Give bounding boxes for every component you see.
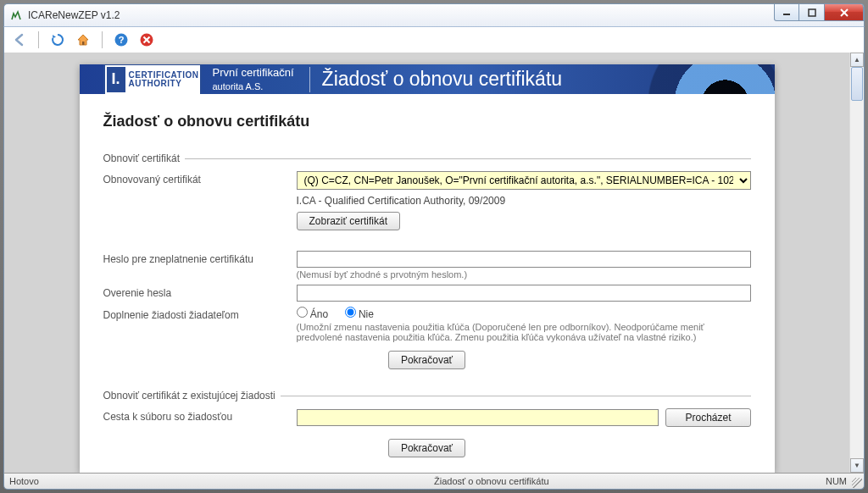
page-title: Žiadosť o obnovu certifikátu — [103, 113, 751, 130]
radio-yes-label[interactable]: Áno — [297, 308, 329, 320]
section-renew-legend: Obnoviť certifikát — [103, 152, 186, 164]
vertical-scrollbar[interactable]: ▲ ▼ — [849, 53, 864, 473]
eye-decoration — [631, 64, 775, 94]
banner-divider — [309, 67, 310, 92]
status-center: Žiadosť o obnovu certifikátu — [434, 476, 549, 486]
resize-grip-icon[interactable] — [852, 478, 862, 488]
ca-info-line: I.CA - Qualified Certification Authority… — [297, 195, 751, 207]
scroll-up-icon[interactable]: ▲ — [850, 53, 864, 67]
label-extend: Doplnenie žiadosti žiadateľom — [103, 307, 297, 321]
password-hint: (Nemusí byť zhodné s prvotným heslom.) — [297, 269, 751, 280]
label-filepath: Cesta k súboru so žiadosťou — [103, 408, 297, 423]
browse-button[interactable]: Procházet — [665, 408, 750, 427]
radio-no-label[interactable]: Nie — [345, 308, 374, 320]
password-input[interactable] — [297, 251, 751, 268]
label-cert: Obnovovaný certifikát — [103, 171, 297, 186]
svg-rect-4 — [82, 42, 85, 45]
status-left: Hotovo — [4, 476, 39, 486]
label-password-confirm: Overenie hesla — [103, 285, 297, 299]
filepath-input[interactable] — [297, 409, 659, 426]
banner-subtitle: První certifikační autorita A.S. — [212, 66, 293, 92]
content-frame: I. CERTIFICATION AUTHORITY První certifi… — [3, 53, 865, 473]
toolbar-separator — [38, 31, 39, 48]
radio-yes[interactable] — [297, 307, 308, 318]
titlebar: ICAReNewZEP v1.2 — [3, 3, 865, 27]
help-button[interactable]: ? — [111, 30, 131, 50]
back-button[interactable] — [9, 30, 30, 50]
status-num: NUM — [826, 476, 847, 486]
home-button[interactable] — [73, 30, 93, 50]
window-title: ICAReNewZEP v1.2 — [28, 9, 120, 21]
section-existing-legend: Obnoviť certifikát z existujúcej žiadost… — [103, 390, 281, 402]
form-area: Žiadosť o obnovu certifikátu Obnoviť cer… — [80, 94, 775, 473]
banner: I. CERTIFICATION AUTHORITY První certifi… — [80, 64, 775, 94]
window-outer: ICAReNewZEP v1.2 ? — [0, 0, 868, 493]
toolbar-separator — [102, 31, 103, 48]
statusbar: Hotovo Žiadosť o obnovu certifikátu NUM — [3, 473, 865, 490]
svg-rect-1 — [809, 9, 815, 16]
cert-dropdown[interactable]: (Q) C=CZ, CN=Petr Janoušek, O="První cer… — [297, 171, 751, 190]
toolbar: ? — [3, 27, 865, 53]
scroll-area: I. CERTIFICATION AUTHORITY První certifi… — [4, 53, 849, 473]
logo-top: CERTIFICATION — [129, 71, 199, 80]
minimize-button[interactable] — [774, 4, 799, 21]
refresh-button[interactable] — [47, 30, 68, 50]
section-renew: Obnoviť certifikát Obnovovaný certifikát… — [103, 152, 751, 386]
scroll-thumb[interactable] — [851, 67, 863, 101]
cancel-icon-button[interactable] — [136, 30, 157, 50]
section-existing: Obnoviť certifikát z existujúcej žiadost… — [103, 390, 751, 469]
label-password: Heslo pre zneplatnenie certifikátu — [103, 251, 297, 265]
ca-logo: I. CERTIFICATION AUTHORITY — [103, 64, 203, 94]
maximize-button[interactable] — [799, 4, 825, 21]
radio-no[interactable] — [345, 307, 356, 318]
close-button[interactable] — [825, 4, 864, 21]
scroll-down-icon[interactable]: ▼ — [850, 458, 864, 473]
extend-hint: (Umožní zmenu nastavenia použitia kľúča … — [297, 322, 751, 342]
logo-bottom: AUTHORITY — [129, 80, 199, 88]
continue-button-1[interactable]: Pokračovať — [388, 351, 465, 369]
page: I. CERTIFICATION AUTHORITY První certifi… — [80, 64, 775, 473]
show-cert-button[interactable]: Zobraziť certifikát — [297, 212, 401, 230]
password-confirm-input[interactable] — [297, 285, 751, 302]
svg-text:?: ? — [119, 35, 125, 45]
continue-button-2[interactable]: Pokračovať — [388, 439, 465, 457]
app-icon — [9, 8, 23, 22]
banner-heading: Žiadosť o obnovu certifikátu — [322, 68, 563, 91]
